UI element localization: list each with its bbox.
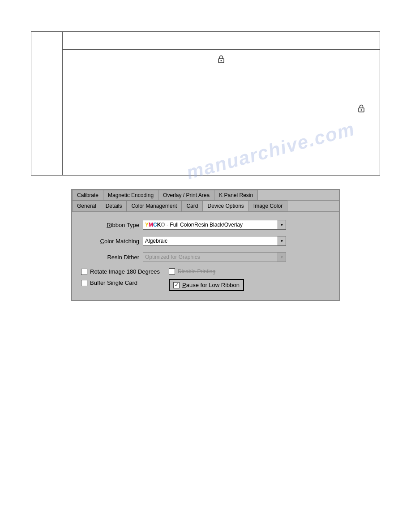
disable-printing-row: Disable Printing [169, 268, 244, 275]
color-matching-label: Color Matching [81, 238, 139, 245]
doc-body: manuarchive.com [63, 50, 380, 175]
doc-left-column [31, 32, 63, 175]
svg-point-3 [361, 109, 362, 111]
doc-top-row [63, 32, 380, 50]
color-matching-value: Algebraic [143, 238, 278, 244]
doc-main-column: manuarchive.com [63, 32, 380, 175]
resin-dither-dropdown-arrow: ▼ [278, 253, 286, 262]
buffer-single-card-label: Buffer Single Card [90, 279, 137, 286]
pause-for-low-ribbon-highlight-box: Pause for Low Ribbon [169, 279, 244, 291]
tab-device-options[interactable]: Device Options [202, 201, 248, 211]
svg-point-1 [221, 60, 222, 61]
pause-for-low-ribbon-checkbox[interactable] [173, 282, 180, 288]
pause-for-low-ribbon-label: Pause for Low Ribbon [182, 282, 240, 288]
watermark: manuarchive.com [184, 118, 357, 184]
tab-color-management[interactable]: Color Management [126, 201, 182, 211]
tab-calibrate[interactable]: Calibrate [72, 190, 103, 200]
buffer-single-card-row: Buffer Single Card [81, 279, 160, 286]
tab-overlay-print-area[interactable]: Overlay / Print Area [158, 190, 214, 200]
tab-general[interactable]: General [72, 201, 101, 211]
tab-k-panel-resin[interactable]: K Panel Resin [214, 190, 258, 200]
disable-printing-checkbox[interactable] [169, 268, 175, 275]
ribbon-type-value: YMCKO - Full Color/Resin Black/Overlay [143, 222, 278, 228]
document-area: manuarchive.com [31, 31, 380, 176]
checkbox-section: Rotate Image 180 Degrees Buffer Single C… [81, 268, 330, 291]
rotate-image-checkbox[interactable] [81, 269, 87, 275]
ribbon-type-label: Ribbon Type [81, 222, 139, 228]
color-matching-dropdown-arrow[interactable]: ▼ [278, 236, 286, 245]
ribbon-type-row: Ribbon Type YMCKO - Full Color/Resin Bla… [81, 220, 330, 230]
tab-card[interactable]: Card [181, 201, 203, 211]
ribbon-type-select[interactable]: YMCKO - Full Color/Resin Black/Overlay ▼ [143, 220, 286, 230]
ribbon-type-dropdown-arrow[interactable]: ▼ [278, 220, 286, 229]
panel-content: Ribbon Type YMCKO - Full Color/Resin Bla… [72, 212, 339, 300]
tab-image-color[interactable]: Image Color [248, 201, 287, 211]
color-matching-select[interactable]: Algebraic ▼ [143, 236, 286, 246]
tab-row-1: Calibrate Magnetic Encoding Overlay / Pr… [72, 190, 339, 201]
page-container: manuarchive.com Calibrate Magnetic Encod… [0, 0, 411, 328]
buffer-single-card-checkbox[interactable] [81, 280, 87, 286]
resin-dither-select: Optimized for Graphics ▼ [143, 252, 286, 262]
settings-panel: Calibrate Magnetic Encoding Overlay / Pr… [71, 189, 340, 301]
resin-dither-row: Resin Dither Optimized for Graphics ▼ [81, 252, 330, 262]
checkbox-col-left: Rotate Image 180 Degrees Buffer Single C… [81, 268, 160, 286]
lock-icon-right [356, 103, 366, 116]
resin-dither-label: Resin Dither [81, 254, 139, 261]
disable-printing-label: Disable Printing [178, 268, 215, 275]
rotate-image-row: Rotate Image 180 Degrees [81, 268, 160, 275]
lock-icon-top [216, 54, 226, 66]
ribbon-type-suffix: - Full Color/Resin Black/Overlay [165, 222, 243, 228]
color-matching-row: Color Matching Algebraic ▼ [81, 236, 330, 246]
tab-magnetic-encoding[interactable]: Magnetic Encoding [103, 190, 158, 200]
tab-row-2: General Details Color Management Card De… [72, 201, 339, 212]
tab-details[interactable]: Details [101, 201, 127, 211]
rotate-image-label: Rotate Image 180 Degrees [90, 268, 160, 275]
resin-dither-value: Optimized for Graphics [143, 254, 278, 260]
checkbox-col-right: Disable Printing Pause for Low Ribbon [169, 268, 244, 291]
